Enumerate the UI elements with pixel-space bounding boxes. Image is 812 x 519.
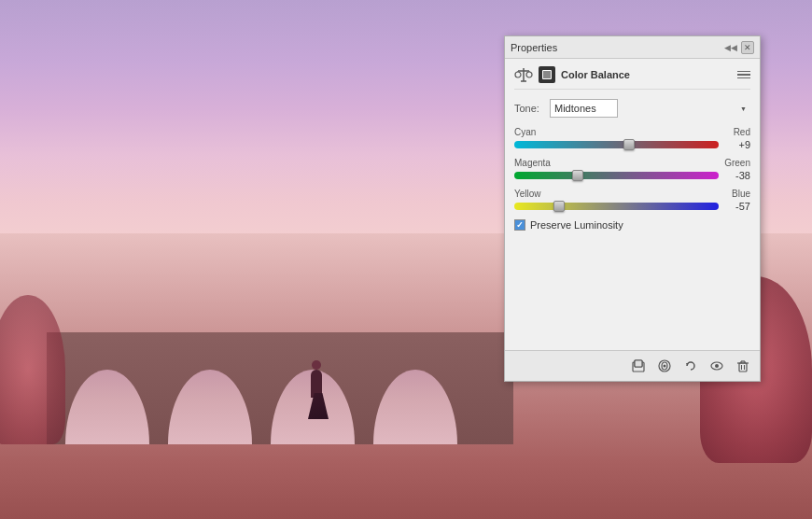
reset-adjustments-icon[interactable] — [681, 357, 700, 375]
arch-2 — [168, 370, 252, 444]
magenta-green-slider-row: Magenta Green -38 — [514, 158, 750, 181]
magenta-green-labels: Magenta Green — [514, 158, 750, 168]
cyan-red-slider-row: Cyan Red +9 — [514, 127, 750, 150]
yellow-blue-labels: Yellow Blue — [514, 189, 750, 199]
svg-point-16 — [664, 365, 666, 368]
bridge — [47, 258, 513, 444]
magenta-green-thumb[interactable] — [572, 170, 583, 181]
clip-to-layer-icon[interactable] — [629, 357, 648, 375]
svg-point-3 — [526, 72, 532, 77]
yellow-blue-track-container: -57 — [514, 201, 750, 212]
cyan-red-labels: Cyan Red — [514, 127, 750, 137]
arch-4 — [373, 370, 457, 444]
yellow-blue-track[interactable] — [514, 203, 719, 210]
figure-head — [312, 360, 321, 370]
panel-content: Color Balance Tone: Shadows Midtones Hig… — [505, 59, 760, 350]
panel-toolbar — [505, 350, 760, 381]
layer-name: Color Balance — [561, 69, 630, 80]
cyan-red-track[interactable] — [514, 141, 719, 148]
collapse-icon[interactable]: ◀◀ — [724, 43, 737, 52]
cyan-label: Cyan — [514, 127, 536, 137]
magenta-green-track-container: -38 — [514, 170, 750, 181]
panel-title: Properties — [511, 42, 557, 53]
panel-empty-space — [514, 231, 750, 343]
layer-type-icon — [539, 66, 555, 83]
svg-rect-13 — [635, 360, 642, 367]
panel-titlebar: Properties ◀◀ ✕ — [505, 36, 760, 59]
magenta-label: Magenta — [514, 158, 551, 168]
tone-select-wrapper[interactable]: Shadows Midtones Highlights — [550, 99, 750, 118]
blue-label: Blue — [732, 189, 750, 199]
properties-panel: Properties ◀◀ ✕ — [504, 35, 761, 382]
delete-layer-icon[interactable] — [734, 357, 752, 375]
cyan-red-value: +9 — [724, 139, 750, 150]
close-button[interactable]: ✕ — [741, 41, 754, 54]
svg-point-2 — [515, 72, 521, 77]
cyan-red-thumb[interactable] — [623, 139, 635, 150]
panel-controls: ◀◀ ✕ — [724, 41, 754, 54]
figure — [308, 360, 325, 407]
yellow-label: Yellow — [514, 189, 541, 199]
preserve-luminosity-row: Preserve Luminosity — [514, 219, 750, 231]
magenta-green-track[interactable] — [514, 172, 719, 179]
bridge-wall — [47, 332, 513, 444]
view-properties-icon[interactable] — [655, 357, 674, 375]
visibility-toggle-icon[interactable] — [707, 357, 726, 375]
tone-row: Tone: Shadows Midtones Highlights — [514, 99, 750, 118]
yellow-blue-thumb[interactable] — [553, 201, 565, 212]
preserve-luminosity-checkbox[interactable] — [514, 219, 525, 231]
tone-label: Tone: — [514, 103, 542, 114]
yellow-blue-slider-row: Yellow Blue -57 — [514, 189, 750, 212]
svg-rect-20 — [739, 363, 747, 372]
panel-menu-button[interactable] — [737, 71, 750, 79]
cyan-red-track-container: +9 — [514, 139, 750, 150]
svg-rect-10 — [543, 71, 551, 78]
red-label: Red — [734, 127, 750, 137]
balance-scale-icon — [514, 66, 533, 83]
layer-header: Color Balance — [514, 66, 750, 90]
arch-1 — [65, 370, 149, 444]
svg-point-19 — [715, 364, 719, 368]
preserve-luminosity-label: Preserve Luminosity — [530, 219, 623, 231]
tone-dropdown[interactable]: Shadows Midtones Highlights — [550, 99, 618, 118]
green-label: Green — [724, 158, 750, 168]
yellow-blue-value: -57 — [724, 201, 750, 212]
magenta-green-value: -38 — [724, 170, 750, 181]
